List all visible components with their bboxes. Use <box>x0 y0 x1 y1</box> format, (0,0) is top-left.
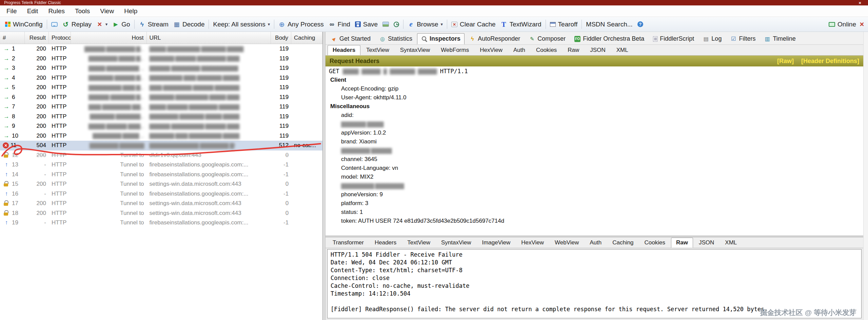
toolbar-button[interactable]: TextWizard <box>498 20 544 29</box>
menu-item[interactable]: View <box>95 5 119 17</box>
column-header-protocol[interactable]: Protocol <box>49 32 71 44</box>
request-inspector-tab[interactable]: Headers <box>328 45 360 55</box>
header-line[interactable]: adid: <box>326 111 863 120</box>
menu-item[interactable]: Tools <box>70 5 95 17</box>
header-line[interactable]: User-Agent: okhttp/4.11.0 <box>326 93 863 102</box>
header-line[interactable]: Miscellaneous <box>326 102 863 111</box>
session-row[interactable]: 1 200 HTTP ▇▇▇▇▇ ▇▇▇▇▇▇▇ ▇... ▇▇▇▇ ▇▇▇▇▇… <box>0 44 322 54</box>
toolbar-button[interactable]: MSDN Search... <box>584 20 635 29</box>
header-line[interactable]: channel: 3645 <box>326 155 863 164</box>
session-row[interactable]: 11 504 HTTP ▇▇▇▇▇▇▇ ▇▇▇▇▇▇ ▇▇▇▇▇▇▇▇▇▇▇▇ … <box>0 141 322 151</box>
session-row[interactable]: 8 200 HTTP ▇▇▇▇▇▇ ▇▇▇▇▇▇... ▇▇▇▇▇▇▇ ▇▇▇▇… <box>0 112 322 122</box>
header-line[interactable]: model: MIX2 <box>326 173 863 181</box>
toolbar-button[interactable] <box>274 20 274 29</box>
panel-splitter[interactable] <box>323 32 326 320</box>
toolbar-button[interactable]: Save <box>353 20 380 29</box>
header-line[interactable]: token: AUTH USER 724 e81d9d73c5fd43e2b50… <box>326 217 863 225</box>
toolbar-button[interactable]: WinConfig <box>3 20 45 29</box>
request-inspector-tab[interactable]: JSON <box>585 45 610 55</box>
main-tab[interactable]: Log <box>699 33 726 44</box>
toolbar-button[interactable] <box>581 20 582 29</box>
session-row[interactable]: 14 - HTTP Tunnel to firebaseinstallation… <box>0 170 322 180</box>
response-inspector-tab[interactable]: WebView <box>550 238 584 248</box>
toolbar-button[interactable] <box>391 21 401 28</box>
column-header-host[interactable]: Host <box>71 32 147 44</box>
toolbar-button[interactable]: Browse <box>405 20 445 29</box>
column-header-result[interactable]: Result <box>25 32 49 44</box>
toolbar-button[interactable] <box>134 20 135 29</box>
header-line[interactable]: appVersion: 1.0.2 <box>326 128 863 137</box>
header-line[interactable]: ▇▇▇▇▇▇▇▇ ▇▇▇▇▇▇▇ <box>326 181 863 190</box>
header-line[interactable]: brand: Xiaomi <box>326 137 863 146</box>
request-inspector-tab[interactable]: XML <box>611 45 633 55</box>
header-line[interactable]: Accept-Encoding: gzip <box>326 84 863 93</box>
toolbar-button[interactable]: Stream <box>136 20 171 29</box>
main-tab[interactable]: Inspectors <box>417 33 465 44</box>
session-row[interactable]: 2 200 HTTP ▇▇▇▇▇▇▇ ▇▇▇▇ ▇... ▇▇▇▇▇▇ ▇▇▇▇… <box>0 54 322 64</box>
toolbar-button[interactable] <box>635 20 646 28</box>
response-inspector-tab[interactable]: SyntaxView <box>436 238 476 248</box>
header-line[interactable]: status: 1 <box>326 208 863 217</box>
header-line[interactable]: phoneVersion: 9 <box>326 190 863 199</box>
session-row[interactable]: 6 200 HTTP ▇▇▇▇▇ ▇▇▇▇▇▇ ▇... ▇▇▇▇▇▇ ▇▇▇▇… <box>0 93 322 102</box>
header-line[interactable]: Content-Language: vn <box>326 164 863 173</box>
toolbar-button[interactable] <box>49 21 60 28</box>
menu-item[interactable]: File <box>1 5 22 17</box>
main-tab[interactable]: FiddlerScript <box>649 33 698 44</box>
menu-item[interactable]: Rules <box>43 5 70 17</box>
toolbar-button[interactable]: Any Process <box>276 20 326 29</box>
vertical-scrollbar[interactable] <box>863 32 868 320</box>
column-header-url[interactable]: URL <box>147 32 271 44</box>
header-line[interactable]: ▇▇▇▇▇▇▇ ▇▇▇▇▇ <box>326 146 863 155</box>
toolbar-button[interactable] <box>447 20 447 29</box>
toolbar-button[interactable] <box>47 20 47 29</box>
column-header-caching[interactable]: Caching <box>291 32 322 44</box>
header-line[interactable]: platform: 3 <box>326 199 863 208</box>
response-inspector-tab[interactable]: Raw <box>671 238 693 248</box>
main-tab[interactable]: Get Started <box>327 33 375 44</box>
raw-link[interactable]: [Raw] <box>777 58 794 65</box>
main-tab[interactable]: Fiddler Orchestra Beta <box>570 33 648 44</box>
toolbar-button[interactable] <box>403 20 403 29</box>
session-row[interactable]: 12 200 HTTP Tunnel to dldir1v6.qq.com:44… <box>0 151 322 160</box>
toolbar-button[interactable]: Tearoff <box>548 20 580 29</box>
online-indicator[interactable]: Online <box>826 20 859 29</box>
request-inspector-tab[interactable]: Raw <box>563 45 584 55</box>
request-inspector-tab[interactable]: Cookies <box>531 45 562 55</box>
main-tab[interactable]: AutoResponder <box>465 33 524 44</box>
main-tab[interactable]: Filters <box>726 33 760 44</box>
response-inspector-tab[interactable]: Auth <box>585 238 607 248</box>
session-row[interactable]: 13 - HTTP Tunnel to firebaseinstallation… <box>0 160 322 170</box>
toolbar-button[interactable]: Replay <box>60 20 94 29</box>
response-inspector-tab[interactable]: ImageView <box>477 238 515 248</box>
session-row[interactable]: 4 200 HTTP ▇▇▇▇▇▇ ▇▇▇▇▇ ▇... ▇▇▇▇▇▇▇▇ ▇▇… <box>0 73 322 83</box>
request-inspector-tab[interactable]: Auth <box>508 45 530 55</box>
response-inspector-tab[interactable]: XML <box>720 238 742 248</box>
request-inspector-tab[interactable]: HexView <box>475 45 508 55</box>
session-row[interactable]: 17 200 HTTP Tunnel to settings-win.data.… <box>0 199 322 208</box>
session-row[interactable]: 10 200 HTTP ▇▇▇▇▇▇▇ ▇▇▇▇ ... ▇▇▇▇▇▇ ▇▇▇ … <box>0 131 322 141</box>
toolbar-button[interactable]: Find <box>326 20 353 29</box>
menu-item[interactable]: Edit <box>22 5 43 17</box>
session-row[interactable]: 16 - HTTP Tunnel to firebaseinstallation… <box>0 189 322 199</box>
toolbar-button[interactable] <box>546 20 546 29</box>
response-inspector-tab[interactable]: Transformer <box>328 238 369 248</box>
toolbar-button[interactable]: Clear Cache <box>449 20 498 29</box>
header-line[interactable]: Client <box>326 76 863 84</box>
main-tab[interactable]: Composer <box>525 33 570 44</box>
toolbar-button[interactable] <box>94 20 110 29</box>
session-row[interactable]: 3 200 HTTP ▇▇▇▇ ▇▇▇▇▇▇▇▇ ... ▇▇▇▇▇ ▇▇▇▇▇… <box>0 63 322 73</box>
session-row[interactable]: 18 200 HTTP Tunnel to settings-win.data.… <box>0 208 322 218</box>
toolbar-button[interactable] <box>380 21 391 28</box>
session-row[interactable]: 19 - HTTP Tunnel to firebaseinstallation… <box>0 218 322 228</box>
response-raw-view[interactable]: HTTP/1.1 504 Fiddler - Receive Failure D… <box>327 249 862 318</box>
request-inspector-tab[interactable]: WebForms <box>436 45 474 55</box>
request-inspector-tab[interactable]: TextView <box>361 45 394 55</box>
session-row[interactable]: 15 200 HTTP Tunnel to settings-win.data.… <box>0 179 322 189</box>
response-inspector-tab[interactable]: Headers <box>370 238 401 248</box>
header-line[interactable]: ▇▇▇▇▇▇ ▇▇▇▇ <box>326 120 863 128</box>
session-row[interactable]: 9 200 HTTP ▇▇▇▇ ▇▇▇▇▇ ▇▇▇... ▇▇▇▇▇ ▇▇▇▇▇… <box>0 121 322 131</box>
toolbar-button[interactable]: Decode <box>171 20 207 29</box>
request-line[interactable]: GET ▇▇▇▇▇ ▇▇▇▇▇▇ ▇ ▇▇▇▇▇▇▇▇ ▇▇▇▇▇▇ HTTP/… <box>326 66 863 76</box>
window-close-button[interactable]: × <box>856 1 864 5</box>
